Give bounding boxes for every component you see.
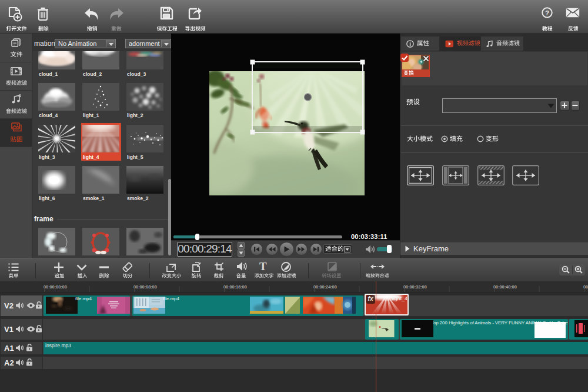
svg-text:?: ? bbox=[545, 9, 549, 16]
